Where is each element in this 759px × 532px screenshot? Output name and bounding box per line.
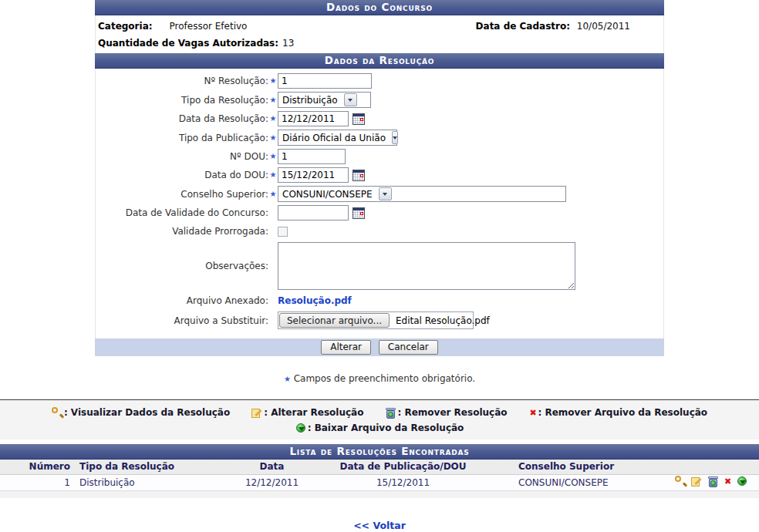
- required-star-icon: ★: [268, 134, 278, 142]
- arquivo-anexado-label: Arquivo Anexado:: [96, 295, 268, 306]
- calendar-icon[interactable]: [353, 170, 365, 181]
- resolucao-header: Dados da Resolução: [95, 53, 664, 69]
- data-cadastro: Data de Cadastro: 10/05/2011: [476, 18, 661, 35]
- remove-file-icon[interactable]: [724, 476, 732, 487]
- num-resolucao-input[interactable]: [278, 73, 372, 89]
- legend-remove-file-label: Remover Arquivo da Resolução: [538, 405, 708, 420]
- chevron-down-icon[interactable]: [344, 93, 357, 106]
- edit-resolution-icon[interactable]: [691, 476, 703, 487]
- cell-data-publicacao: 15/12/2011: [312, 474, 494, 490]
- tipo-resolucao-label: Tipo da Resolução:: [96, 95, 268, 106]
- conselho-superior-selected: CONSUNI/CONSEPE: [282, 189, 373, 200]
- tipo-resolucao-selected: Distribuição: [282, 95, 338, 106]
- legend-line-2: Baixar Arquivo da Resolução: [0, 420, 759, 436]
- legend-remove-file: Remover Arquivo da Resolução: [529, 405, 708, 420]
- calendar-icon[interactable]: [353, 207, 365, 219]
- info-row-2: Quantidade de Vagas Autorizadas: 13: [98, 35, 661, 52]
- required-star-icon: ★: [268, 190, 278, 198]
- selected-file-name: Edital Resolução.pdf: [396, 315, 490, 326]
- data-dou-input[interactable]: [278, 167, 349, 183]
- tipo-publicacao-select[interactable]: Diário Oficial da União: [278, 130, 397, 146]
- alterar-button[interactable]: Alterar: [321, 340, 371, 355]
- observacoes-textarea[interactable]: [278, 242, 575, 290]
- tipo-resolucao-select[interactable]: Distribuição: [278, 92, 371, 108]
- concurso-info: Categoria: Professor Efetivo Data de Cad…: [95, 15, 664, 53]
- calendar-icon[interactable]: [353, 113, 365, 125]
- remove-resolution-icon[interactable]: [707, 476, 719, 487]
- table-footer-strip: [0, 491, 759, 498]
- legend-line-1: Visualizar Dados da Resolução Alterar Re…: [0, 405, 759, 420]
- data-validade-label: Data de Validade do Concurso:: [96, 207, 268, 218]
- cell-conselho: CONSUNI/CONSEPE: [494, 474, 667, 490]
- conselho-superior-select[interactable]: CONSUNI/CONSEPE: [278, 186, 566, 202]
- validade-prorrogada-row: Validade Prorrogada:: [96, 224, 663, 239]
- view-resolution-icon[interactable]: [675, 476, 686, 487]
- legend-download: Baixar Arquivo da Resolução: [295, 420, 464, 436]
- data-validade-input[interactable]: [278, 205, 349, 221]
- download-file-icon[interactable]: [737, 476, 748, 487]
- voltar-container: << Voltar: [0, 520, 759, 531]
- required-star-icon: ★: [268, 115, 278, 123]
- legend-edit: Alterar Resolução: [251, 405, 363, 420]
- resolucoes-table: Número Tipo da Resolução Data Data de Pu…: [0, 460, 759, 491]
- observacoes-row: Observações:: [96, 242, 663, 290]
- legend-remove: Remover Resolução: [385, 405, 507, 420]
- select-file-button[interactable]: Selecionar arquivo...: [279, 313, 390, 328]
- col-tipo: Tipo da Resolução: [73, 460, 231, 474]
- data-resolucao-row: Data da Resolução: ★: [96, 111, 663, 126]
- validade-prorrogada-label: Validade Prorrogada:: [96, 226, 268, 237]
- cell-tipo: Distribuição: [73, 474, 231, 490]
- legend-edit-label: Alterar Resolução: [264, 405, 363, 420]
- observacoes-label: Observações:: [96, 261, 268, 271]
- col-data: Data: [231, 460, 312, 474]
- tipo-resolucao-row: Tipo da Resolução: ★ Distribuição: [96, 92, 663, 108]
- table-header-row: Número Tipo da Resolução Data Data de Pu…: [0, 460, 759, 474]
- vagas-value: 13: [282, 35, 294, 52]
- num-resolucao-row: Nº Resolução: ★: [96, 73, 663, 89]
- required-star-icon: ★: [268, 77, 278, 85]
- cell-numero: 1: [0, 474, 73, 490]
- remove-file-icon: [529, 408, 538, 418]
- num-resolucao-label: Nº Resolução:: [96, 76, 268, 86]
- data-dou-row: Data do DOU: ★: [96, 167, 663, 183]
- categoria-label: Categoria:: [98, 18, 153, 35]
- resolucao-form: Nº Resolução: ★ Tipo da Resolução: ★ Dis…: [95, 69, 664, 338]
- required-note-text: Campos de preenchimento obrigatório.: [294, 373, 475, 384]
- icon-legend: Visualizar Dados da Resolução Alterar Re…: [0, 399, 759, 439]
- edit-icon: [251, 407, 263, 419]
- lista-header: Lista de Resoluções Encontradas: [0, 444, 759, 460]
- conselho-superior-row: Conselho Superior: ★ CONSUNI/CONSEPE: [96, 186, 663, 202]
- cancelar-button[interactable]: Cancelar: [379, 340, 438, 355]
- tipo-publicacao-row: Tipo da Publicação: ★ Diário Oficial da …: [96, 130, 663, 146]
- col-actions: [667, 460, 759, 474]
- chevron-down-icon[interactable]: [392, 131, 398, 144]
- concurso-panel: Dados do Concurso Categoria: Professor E…: [95, 0, 664, 356]
- table-row: 1 Distribuição 12/12/2011 15/12/2011 CON…: [0, 474, 759, 490]
- download-icon: [295, 423, 307, 434]
- voltar-link[interactable]: << Voltar: [353, 520, 406, 531]
- vagas-label: Quantidade de Vagas Autorizadas:: [98, 35, 278, 52]
- validade-prorrogada-checkbox[interactable]: [278, 227, 288, 237]
- file-input[interactable]: Selecionar arquivo... Edital Resolução.p…: [278, 311, 474, 329]
- arquivo-anexado-row: Arquivo Anexado: Resolução.pdf: [96, 293, 663, 308]
- col-numero: Número: [0, 460, 73, 474]
- data-dou-label: Data do DOU:: [96, 170, 268, 180]
- col-conselho: Conselho Superior: [494, 460, 667, 474]
- arquivo-anexado-link[interactable]: Resolução.pdf: [278, 295, 352, 306]
- num-dou-input[interactable]: [278, 149, 346, 164]
- tipo-publicacao-selected: Diário Oficial da União: [282, 133, 386, 143]
- data-validade-row: Data de Validade do Concurso:: [96, 205, 663, 221]
- required-star-icon: ★: [268, 153, 278, 160]
- conselho-superior-label: Conselho Superior:: [96, 189, 268, 200]
- col-data-publicacao: Data de Publicação/DOU: [312, 460, 494, 474]
- required-star-icon: ★: [268, 96, 278, 104]
- form-button-bar: Alterar Cancelar: [95, 338, 664, 356]
- required-fields-note: ★ Campos de preenchimento obrigatório.: [0, 373, 759, 384]
- data-resolucao-input[interactable]: [278, 111, 349, 126]
- chevron-down-icon[interactable]: [379, 187, 392, 200]
- num-dou-label: Nº DOU:: [96, 151, 268, 162]
- concurso-header: Dados do Concurso: [95, 0, 664, 15]
- legend-remove-label: Remover Resolução: [397, 405, 507, 420]
- data-cadastro-label: Data de Cadastro:: [476, 21, 570, 32]
- categoria-value: Professor Efetivo: [170, 18, 248, 35]
